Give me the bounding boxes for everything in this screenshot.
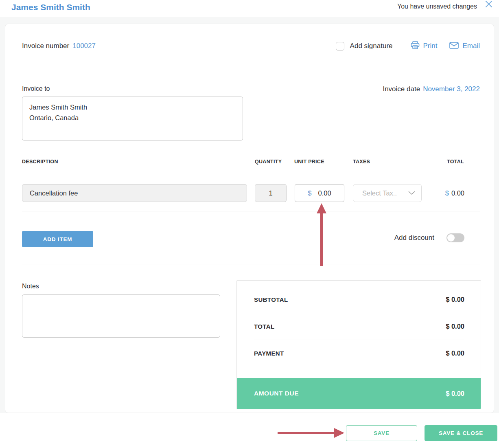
column-header-unit-price: UNIT PRICE	[294, 159, 324, 165]
email-button[interactable]: Email	[449, 42, 480, 51]
divider	[22, 65, 480, 65]
description-input[interactable]	[22, 184, 247, 202]
invoice-number-value[interactable]: 100027	[72, 42, 96, 50]
payment-value: $ 0.00	[446, 349, 464, 357]
table-row: $ 0.00 Select Tax.. $ 0.00	[5, 184, 495, 202]
invoice-to-label: Invoice to	[22, 85, 50, 92]
unit-price-value: 0.00	[318, 189, 331, 197]
row-total: $ 0.00	[445, 184, 464, 202]
summary-rows: SUBTOTAL $ 0.00 TOTAL $ 0.00 PAYMENT $ 0…	[237, 281, 481, 367]
email-icon	[449, 42, 459, 51]
column-header-quantity: QUANTITY	[255, 159, 282, 165]
payment-row: PAYMENT $ 0.00	[237, 340, 481, 367]
printer-icon	[411, 41, 420, 51]
invoice-to-field[interactable]: James Smith Smith Ontario, Canada	[22, 97, 243, 141]
currency-symbol: $	[308, 189, 311, 197]
row-total-value: 0.00	[451, 189, 464, 197]
page-title[interactable]: James Smith Smith	[11, 2, 90, 12]
invoice-number-label: Invoice number	[22, 42, 69, 50]
invoice-date-row: Invoice date November 3, 2022	[383, 85, 480, 93]
subtotal-label: SUBTOTAL	[254, 296, 288, 303]
invoice-card: Invoice number 100027 Add signature Prin…	[5, 24, 494, 413]
unsaved-changes-area: You have unsaved changes	[397, 0, 493, 17]
tax-select-placeholder: Select Tax..	[362, 189, 397, 197]
annotation-arrow-right-save	[278, 427, 344, 441]
top-bar: James Smith Smith You have unsaved chang…	[0, 0, 499, 17]
tax-select-dropdown[interactable]: Select Tax..	[353, 184, 422, 202]
print-button[interactable]: Print	[411, 41, 438, 51]
quantity-input[interactable]	[255, 184, 287, 202]
notes-label: Notes	[22, 283, 39, 290]
close-icon[interactable]	[484, 1, 493, 10]
totals-summary: SUBTOTAL $ 0.00 TOTAL $ 0.00 PAYMENT $ 0…	[236, 280, 481, 409]
currency-symbol: $	[445, 189, 449, 197]
chevron-down-icon	[408, 189, 415, 197]
invoice-date-label: Invoice date	[383, 85, 420, 93]
invoice-top-actions: Add signature Print Email	[336, 40, 480, 52]
amount-due-row: AMOUNT DUE $ 0.00	[237, 378, 481, 409]
add-signature-label: Add signature	[350, 42, 393, 50]
annotation-arrow-up-unit-price	[315, 203, 328, 268]
add-discount-label: Add discount	[394, 234, 434, 242]
divider	[22, 264, 480, 264]
column-header-taxes: TAXES	[353, 159, 370, 165]
add-signature-checkbox[interactable]	[336, 42, 344, 51]
unit-price-input[interactable]: $ 0.00	[295, 184, 344, 202]
invoice-number-row: Invoice number 100027	[22, 42, 96, 50]
total-row: TOTAL $ 0.00	[237, 313, 481, 340]
total-label: TOTAL	[254, 323, 275, 330]
amount-due-label: AMOUNT DUE	[254, 390, 299, 397]
add-discount-toggle[interactable]	[446, 233, 464, 242]
column-header-description: DESCRIPTION	[22, 159, 58, 165]
add-item-button[interactable]: ADD ITEM	[22, 231, 93, 247]
total-value: $ 0.00	[446, 323, 464, 330]
notes-field[interactable]	[22, 294, 220, 338]
invoice-date-value[interactable]: November 3, 2022	[423, 85, 480, 93]
divider	[22, 211, 480, 211]
unsaved-changes-text: You have unsaved changes	[397, 2, 477, 10]
print-label: Print	[423, 42, 438, 50]
toggle-knob	[447, 234, 455, 242]
subtotal-row: SUBTOTAL $ 0.00	[237, 286, 481, 313]
subtotal-value: $ 0.00	[446, 296, 464, 303]
add-discount-row: Add discount	[394, 233, 464, 242]
amount-due-value: $ 0.00	[446, 390, 464, 397]
save-and-close-button[interactable]: SAVE & CLOSE	[425, 425, 497, 441]
payment-label: PAYMENT	[254, 350, 284, 357]
column-header-total: TOTAL	[447, 159, 464, 165]
save-button[interactable]: SAVE	[346, 425, 417, 441]
email-label: Email	[462, 42, 480, 50]
